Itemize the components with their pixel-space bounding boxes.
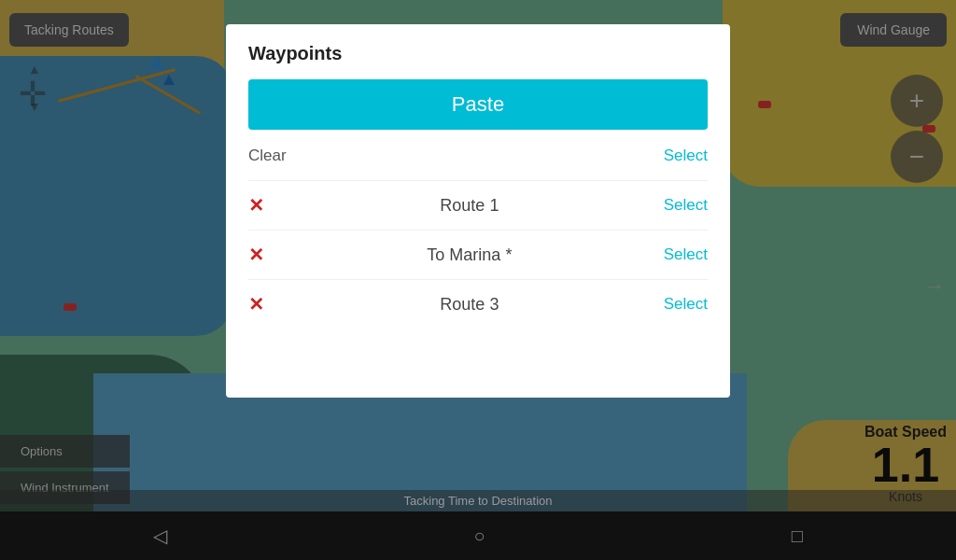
modal-title: Waypoints	[248, 43, 708, 64]
route-row-2: ✕ Route 3 Select	[248, 279, 708, 329]
select-route-0[interactable]: Select	[664, 196, 708, 215]
route-row-0: ✕ Route 1 Select	[248, 180, 708, 230]
paste-button[interactable]: Paste	[248, 79, 708, 130]
delete-icon-0[interactable]: ✕	[248, 194, 264, 217]
clear-button[interactable]: Clear	[248, 147, 287, 165]
delete-icon-2[interactable]: ✕	[248, 293, 264, 315]
route-name-2: Route 3	[275, 295, 664, 315]
select-route-1[interactable]: Select	[664, 245, 708, 264]
route-row-1: ✕ To Marina * Select	[248, 230, 708, 279]
select-link[interactable]: Select	[664, 147, 708, 165]
route-name-1: To Marina *	[275, 245, 664, 265]
modal-overlay: Waypoints Paste Clear Select ✕ Route 1 S…	[0, 0, 956, 560]
route-name-0: Route 1	[275, 196, 664, 216]
select-route-2[interactable]: Select	[664, 295, 708, 314]
delete-icon-1[interactable]: ✕	[248, 244, 264, 266]
waypoints-modal: Waypoints Paste Clear Select ✕ Route 1 S…	[226, 24, 730, 398]
modal-actions-row: Clear Select	[248, 141, 708, 180]
